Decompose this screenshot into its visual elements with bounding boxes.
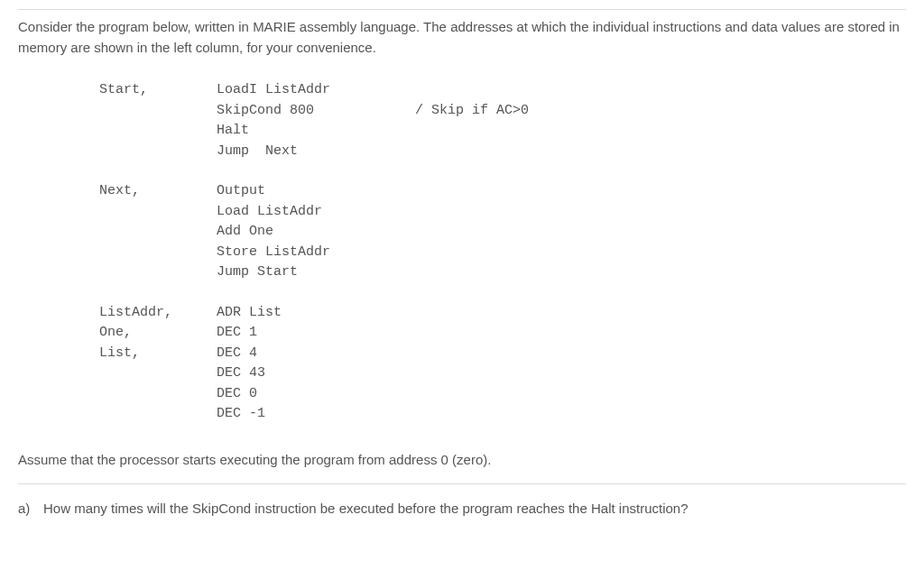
code-instruction: LoadI ListAddr — [217, 80, 415, 101]
code-label: Next, — [99, 181, 217, 202]
code-label — [99, 243, 217, 263]
code-line: DEC 0 — [99, 384, 906, 405]
code-label: List, — [99, 344, 217, 364]
code-section: Start, LoadI ListAddr SkipCond 800 / Ski… — [99, 80, 906, 161]
code-instruction: ADR List — [217, 303, 415, 324]
code-instruction: SkipCond 800 — [217, 101, 415, 122]
code-instruction: DEC 43 — [217, 363, 415, 384]
code-comment: / Skip if AC>0 — [415, 101, 529, 122]
code-line: DEC -1 — [99, 404, 906, 425]
code-label — [99, 262, 217, 283]
code-instruction: DEC 4 — [217, 344, 415, 364]
question-label: a) — [18, 501, 43, 516]
code-line: List, DEC 4 — [99, 344, 906, 364]
code-label: ListAddr, — [99, 303, 217, 324]
code-label: Start, — [99, 80, 217, 101]
code-label: One, — [99, 323, 217, 344]
code-instruction: Jump Next — [217, 142, 415, 162]
code-instruction: Add One — [217, 222, 415, 243]
code-label — [99, 121, 217, 142]
code-line: Store ListAddr — [99, 243, 906, 263]
code-section: ListAddr, ADR List One, DEC 1 List, DEC … — [99, 303, 906, 425]
code-label — [99, 202, 217, 223]
assume-text: Assume that the processor starts executi… — [18, 452, 906, 484]
code-instruction: DEC 0 — [217, 384, 415, 405]
code-instruction: Jump Start — [217, 262, 415, 283]
code-line: DEC 43 — [99, 363, 906, 384]
code-instruction: DEC -1 — [217, 404, 415, 425]
code-label — [99, 404, 217, 425]
code-label — [99, 222, 217, 243]
code-instruction: DEC 1 — [217, 323, 415, 344]
code-line: SkipCond 800 / Skip if AC>0 — [99, 101, 906, 122]
intro-text: Consider the program below, written in M… — [18, 9, 906, 58]
code-line: Jump Start — [99, 262, 906, 283]
code-line: ListAddr, ADR List — [99, 303, 906, 324]
code-line: Load ListAddr — [99, 202, 906, 223]
code-label — [99, 384, 217, 405]
code-instruction: Store ListAddr — [217, 243, 415, 263]
code-instruction: Output — [217, 181, 415, 202]
code-line: Jump Next — [99, 142, 906, 162]
question-a: a) How many times will the SkipCond inst… — [18, 501, 906, 525]
code-label — [99, 363, 217, 384]
code-line: Add One — [99, 222, 906, 243]
code-instruction: Load ListAddr — [217, 202, 415, 223]
question-text: How many times will the SkipCond instruc… — [43, 501, 688, 516]
code-section: Next, Output Load ListAddr Add One Store… — [99, 181, 906, 283]
code-instruction: Halt — [217, 121, 415, 142]
code-line: Halt — [99, 121, 906, 142]
code-label — [99, 142, 217, 162]
code-line: One, DEC 1 — [99, 323, 906, 344]
code-line: Next, Output — [99, 181, 906, 202]
code-line: Start, LoadI ListAddr — [99, 80, 906, 101]
code-label — [99, 101, 217, 122]
code-block: Start, LoadI ListAddr SkipCond 800 / Ski… — [99, 80, 906, 425]
